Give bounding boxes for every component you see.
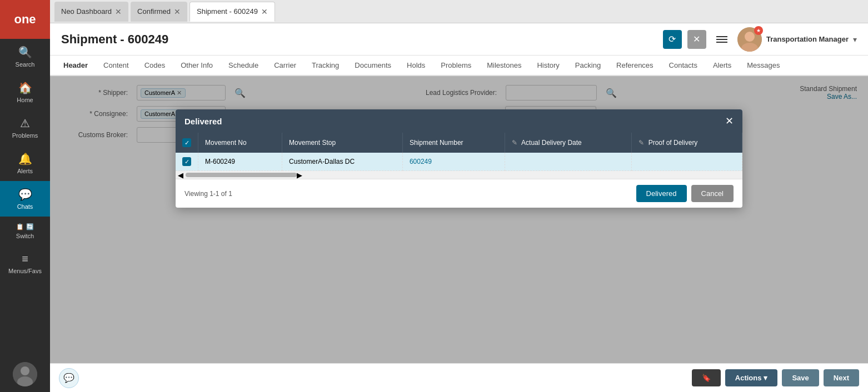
tab-contacts[interactable]: Contacts [661, 56, 705, 76]
sidebar: one 🔍 Search 🏠 Home ⚠ Problems 🔔 Alerts … [0, 0, 50, 392]
switch-icon-1: 📋 [16, 223, 24, 230]
sidebar-item-label: Switch [16, 233, 34, 239]
modal-table: ✓ Movement No Movement Stop Shipment Num… [176, 133, 742, 171]
modal-footer: Viewing 1-1 of 1 Delivered Cancel [176, 179, 742, 208]
user-dropdown-button[interactable]: ▾ [853, 35, 857, 44]
modal-footer-buttons: Delivered Cancel [636, 185, 734, 202]
tab-confirmed[interactable]: Confirmed ✕ [131, 2, 187, 22]
sidebar-item-problems[interactable]: ⚠ Problems [0, 110, 50, 145]
bottom-bar: 💬 🔖 Actions ▾ Save Next [50, 363, 868, 392]
user-section: ★ Transportation Manager ▾ [737, 27, 857, 52]
user-info: Transportation Manager [766, 35, 849, 43]
header-right: ⟳ ✕ ★ [663, 27, 857, 52]
tab-history[interactable]: History [529, 56, 567, 76]
sidebar-item-label: Search [16, 61, 35, 68]
refresh-button[interactable]: ⟳ [663, 30, 682, 49]
chat-bubble-icon: 💬 [63, 373, 74, 383]
page-title: Shipment - 600249 [61, 32, 168, 47]
row-actual-delivery[interactable] [505, 153, 632, 171]
tab-packing[interactable]: Packing [567, 56, 608, 76]
viewing-text: Viewing 1-1 of 1 [184, 190, 232, 198]
star-badge: ★ [754, 26, 763, 35]
sidebar-item-label: Menus/Favs [8, 268, 42, 274]
tab-references[interactable]: References [608, 56, 661, 76]
sidebar-item-chats[interactable]: 💬 Chats [0, 181, 50, 217]
tab-close-neo-dashboard[interactable]: ✕ [115, 8, 122, 16]
modal-overlay: Delivered ✕ ✓ Movement No [50, 76, 868, 363]
delivered-modal: Delivered ✕ ✓ Movement No [176, 109, 742, 208]
row-checkbox[interactable]: ✓ [182, 157, 191, 166]
shipment-link[interactable]: 600249 [410, 158, 432, 165]
scrollbar-thumb[interactable] [186, 173, 297, 177]
bookmark-button[interactable]: 🔖 [692, 369, 721, 386]
tab-messages[interactable]: Messages [739, 56, 787, 76]
row-movement-stop: CustomerA-Dallas DC [282, 153, 403, 171]
menu-button[interactable] [712, 32, 732, 47]
app-logo[interactable]: one [0, 0, 50, 39]
tab-documents[interactable]: Documents [347, 56, 399, 76]
search-icon: 🔍 [18, 46, 32, 59]
tab-alerts[interactable]: Alerts [705, 56, 739, 76]
sidebar-item-home[interactable]: 🏠 Home [0, 74, 50, 110]
tab-codes[interactable]: Codes [137, 56, 173, 76]
user-avatar-wrapper: ★ [737, 27, 762, 52]
th-movement-no: Movement No [198, 133, 282, 153]
bottom-avatar[interactable] [13, 362, 37, 386]
warning-icon: ⚠ [20, 117, 30, 130]
row-movement-no: M-600249 [198, 153, 282, 171]
tab-neo-dashboard[interactable]: Neo Dashboard ✕ [54, 2, 128, 22]
tab-tracking[interactable]: Tracking [304, 56, 347, 76]
sidebar-item-label: Alerts [17, 168, 33, 174]
sidebar-item-search[interactable]: 🔍 Search [0, 39, 50, 74]
chat-bubble-button[interactable]: 💬 [59, 368, 79, 388]
modal-close-button[interactable]: ✕ [725, 115, 734, 127]
tab-holds[interactable]: Holds [399, 56, 433, 76]
form-area: * Shipper: CustomerA ✕ 🔍 * Consignee: Cu… [50, 76, 868, 363]
sidebar-item-label: Problems [12, 132, 38, 139]
tab-carrier[interactable]: Carrier [266, 56, 304, 76]
tab-problems[interactable]: Problems [433, 56, 479, 76]
tab-schedule[interactable]: Schedule [221, 56, 266, 76]
header-checkbox[interactable]: ✓ [182, 138, 191, 147]
sidebar-item-switch[interactable]: 📋 🔄 Switch [0, 217, 50, 246]
svg-point-4 [745, 32, 755, 42]
table-row: ✓ M-600249 CustomerA-Dallas DC 600249 [176, 153, 742, 171]
delivered-table: ✓ Movement No Movement Stop Shipment Num… [176, 133, 742, 171]
actions-button[interactable]: Actions ▾ [725, 369, 778, 386]
th-proof-of-delivery: ✎ Proof of Delivery [632, 133, 742, 153]
switch-icons: 📋 🔄 [16, 223, 34, 230]
edit-icon-pod: ✎ [638, 139, 644, 147]
modal-scrollbar: ◀ ▶ [176, 171, 742, 179]
bottom-right: 🔖 Actions ▾ Save Next [692, 369, 859, 386]
bottom-left: 💬 [59, 368, 79, 388]
tab-close-shipment[interactable]: ✕ [261, 8, 268, 16]
delivered-button[interactable]: Delivered [636, 185, 687, 202]
tab-header[interactable]: Header [56, 56, 96, 76]
home-icon: 🏠 [18, 81, 32, 94]
close-button[interactable]: ✕ [687, 30, 706, 49]
tab-close-confirmed[interactable]: ✕ [174, 8, 181, 16]
tab-other-info[interactable]: Other Info [173, 56, 221, 76]
scroll-left-arrow[interactable]: ◀ [178, 171, 183, 179]
cancel-button[interactable]: Cancel [691, 185, 734, 202]
edit-icon-delivery: ✎ [512, 139, 517, 147]
sidebar-bottom [13, 362, 37, 392]
tab-content[interactable]: Content [96, 56, 137, 76]
next-button[interactable]: Next [824, 369, 859, 386]
th-check: ✓ [176, 133, 198, 153]
nav-tabs: Header Content Codes Other Info Schedule… [50, 56, 868, 76]
sidebar-item-alerts[interactable]: 🔔 Alerts [0, 145, 50, 181]
th-actual-delivery-date: ✎ Actual Delivery Date [505, 133, 632, 153]
row-proof-of-delivery[interactable] [632, 153, 742, 171]
chat-icon: 💬 [18, 188, 32, 201]
save-button[interactable]: Save [782, 369, 819, 386]
page-header: Shipment - 600249 ⟳ ✕ ★ [50, 23, 868, 56]
row-check-cell[interactable]: ✓ [176, 153, 198, 171]
tab-label: Shipment - 600249 [197, 7, 258, 16]
scroll-right-arrow[interactable]: ▶ [297, 171, 302, 179]
tab-milestones[interactable]: Milestones [479, 56, 529, 76]
actions-dropdown-icon: ▾ [764, 374, 767, 382]
sidebar-item-menus[interactable]: ≡ Menus/Favs [0, 246, 50, 281]
modal-title: Delivered [184, 117, 222, 126]
tab-shipment-600249[interactable]: Shipment - 600249 ✕ [189, 2, 275, 22]
